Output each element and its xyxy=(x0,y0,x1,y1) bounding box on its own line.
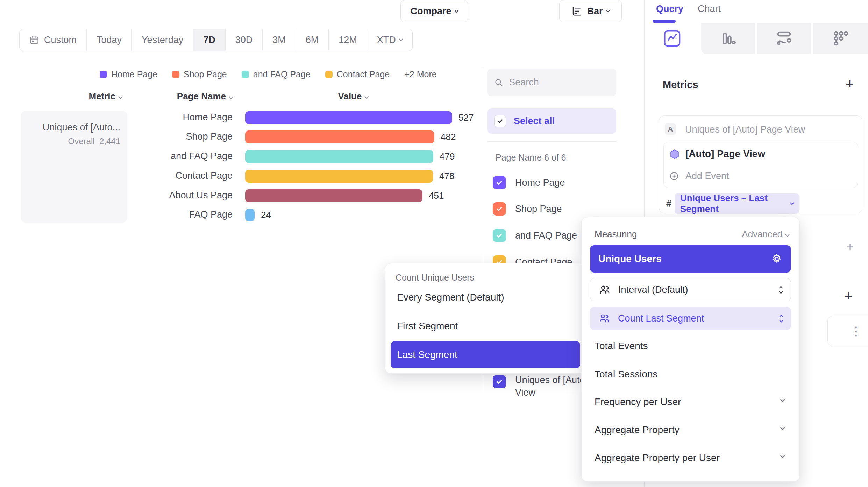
tab-query[interactable]: Query xyxy=(656,3,683,14)
sort-chevron-icon xyxy=(365,94,369,99)
divider xyxy=(487,141,616,142)
chart-bar[interactable] xyxy=(245,209,255,221)
filter-item-home-page[interactable]: Home Page xyxy=(493,176,565,189)
legend-item[interactable]: and FAQ Page xyxy=(242,69,311,79)
bar-value: 24 xyxy=(261,210,271,220)
date-range-6m[interactable]: 6M xyxy=(296,29,329,51)
segment-search[interactable] xyxy=(487,69,616,96)
bar-row: 24 xyxy=(245,208,271,221)
chart-bar[interactable] xyxy=(245,111,452,124)
chevron-down-icon xyxy=(785,232,790,237)
add-filter-button[interactable]: + xyxy=(846,241,854,253)
chart-bar[interactable] xyxy=(245,150,433,163)
event-name[interactable]: [Auto] Page View xyxy=(685,148,765,160)
stepper-icon xyxy=(780,315,783,322)
measure-option-total-sessions[interactable]: Total Sessions xyxy=(595,369,658,380)
filter-item-shop-page[interactable]: Shop Page xyxy=(493,202,562,216)
bar-value: 482 xyxy=(441,132,456,142)
row-label: FAQ Page xyxy=(115,209,233,220)
add-metric-button[interactable]: + xyxy=(846,77,854,91)
report-tab-retention[interactable] xyxy=(813,23,868,54)
column-header-value[interactable]: Value xyxy=(318,91,388,102)
series-swatch xyxy=(242,71,249,78)
add-breakdown-button[interactable]: + xyxy=(844,289,852,303)
event-card: [Auto] Page View Add Event xyxy=(663,142,858,188)
chevron-down-icon xyxy=(399,37,403,41)
legend-more[interactable]: +2 More xyxy=(404,69,436,79)
bar-row: 451 xyxy=(245,189,444,202)
measure-option-total-events[interactable]: Total Events xyxy=(595,340,648,352)
report-tab-bars[interactable] xyxy=(701,23,755,54)
chart-bar[interactable] xyxy=(245,170,433,183)
measure-option-unique-users[interactable]: Unique Users xyxy=(590,245,791,273)
interval-default-row[interactable]: Interval (Default) xyxy=(590,278,791,301)
add-event-button[interactable]: Add Event xyxy=(685,171,729,182)
report-tab-insights-active[interactable] xyxy=(644,23,700,54)
measure-option-aggregate-property[interactable]: Aggregate Property xyxy=(595,424,680,436)
kebab-menu-icon[interactable]: ⋮ xyxy=(850,324,862,338)
date-range-today[interactable]: Today xyxy=(86,29,131,51)
checkbox[interactable] xyxy=(493,375,506,388)
chart-bar[interactable] xyxy=(245,130,434,143)
column-header-metric[interactable]: Metric xyxy=(21,91,122,102)
tab-chart[interactable]: Chart xyxy=(698,3,721,14)
bar-value: 478 xyxy=(439,171,454,182)
search-icon xyxy=(494,77,503,88)
date-range-7d[interactable]: 7D xyxy=(193,29,225,51)
bar-chart-icon xyxy=(571,6,582,16)
option-last-segment-selected[interactable]: Last Segment xyxy=(391,341,580,368)
checkbox[interactable] xyxy=(493,202,506,216)
measure-option-aggregate-property-per-user[interactable]: Aggregate Property per User xyxy=(595,452,720,464)
metric-summary-cell[interactable]: Uniques of [Auto... Overall 2,441 xyxy=(21,111,127,223)
row-label: Home Page xyxy=(115,112,233,123)
check-icon xyxy=(497,206,502,211)
legend-item[interactable]: Home Page xyxy=(100,69,157,79)
legend-item[interactable]: Contact Page xyxy=(325,69,390,79)
dots-grid-icon xyxy=(832,29,850,48)
date-range-3m[interactable]: 3M xyxy=(262,29,296,51)
filter-item-and-faq-page[interactable]: and FAQ Page xyxy=(493,229,577,242)
date-range-custom[interactable]: Custom xyxy=(20,29,86,51)
measure-hash-prefix: # xyxy=(666,198,671,209)
date-range-30d[interactable]: 30D xyxy=(225,29,263,51)
date-range-yesterday[interactable]: Yesterday xyxy=(131,29,193,51)
advanced-toggle[interactable]: Advanced xyxy=(742,229,789,240)
chart-bar[interactable] xyxy=(245,189,422,202)
event-hexagon-icon xyxy=(669,149,680,160)
legend-item[interactable]: Shop Page xyxy=(172,69,227,79)
date-range-12m[interactable]: 12M xyxy=(328,29,367,51)
breakdown-card-fragment: ⋮ xyxy=(827,316,868,346)
search-input[interactable] xyxy=(509,77,609,88)
metrics-section-title: Metrics xyxy=(663,79,698,91)
option-every-segment[interactable]: Every Segment (Default) xyxy=(397,292,504,303)
check-icon xyxy=(498,118,503,123)
chart-type-select[interactable]: Bar xyxy=(559,0,622,22)
chevron-down-icon xyxy=(606,8,610,13)
checkbox[interactable] xyxy=(494,115,506,127)
filter-group-label: Page Name 6 of 6 xyxy=(496,153,566,163)
select-all-checkbox[interactable]: Select all xyxy=(487,108,616,134)
report-tab-flows[interactable] xyxy=(757,23,811,54)
chevron-down-icon xyxy=(780,453,785,458)
checkbox[interactable] xyxy=(493,176,506,189)
popup-title: Measuring xyxy=(595,229,637,240)
bar-row: 479 xyxy=(245,150,455,163)
metric-letter-badge: A xyxy=(665,123,676,135)
option-first-segment[interactable]: First Segment xyxy=(397,320,458,332)
checkbox[interactable] xyxy=(493,229,506,242)
row-label: and FAQ Page xyxy=(115,151,233,162)
date-range-xtd[interactable]: XTD xyxy=(367,29,412,51)
metric-name: Uniques of [Auto... xyxy=(24,122,120,133)
bar-value: 451 xyxy=(429,190,444,201)
count-last-segment-row[interactable]: Count Last Segment xyxy=(590,307,791,330)
chart-legend: Home Page Shop Page and FAQ Page Contact… xyxy=(100,69,437,80)
compare-button[interactable]: Compare xyxy=(400,0,468,22)
measure-pill[interactable]: Unique Users – Last Segment xyxy=(675,193,799,214)
flow-icon xyxy=(775,29,793,48)
vertical-bars-icon xyxy=(719,29,737,48)
metric-card[interactable]: A Uniques of [Auto] Page View [Auto] Pag… xyxy=(659,115,862,213)
series-swatch xyxy=(325,71,333,78)
measure-option-frequency-per-user[interactable]: Frequency per User xyxy=(595,396,681,408)
bar-row: 527 xyxy=(245,111,474,124)
column-header-page-name[interactable]: Page Name xyxy=(147,91,233,102)
